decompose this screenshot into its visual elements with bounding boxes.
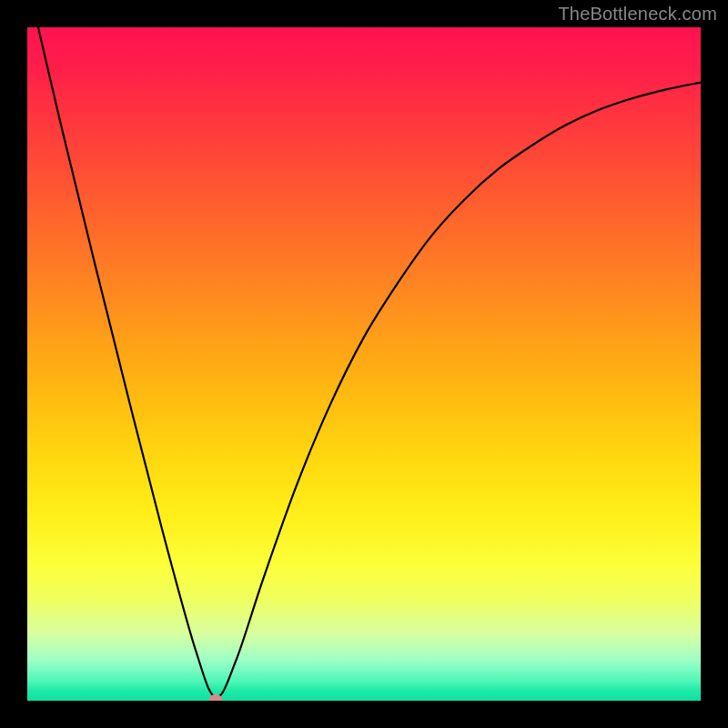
curve-svg: [27, 27, 701, 701]
watermark-text: TheBottleneck.com: [558, 4, 717, 25]
plot-area: [27, 27, 701, 701]
minimum-point-marker: [209, 694, 222, 701]
bottleneck-curve: [27, 27, 701, 697]
chart-frame: TheBottleneck.com: [0, 0, 728, 728]
